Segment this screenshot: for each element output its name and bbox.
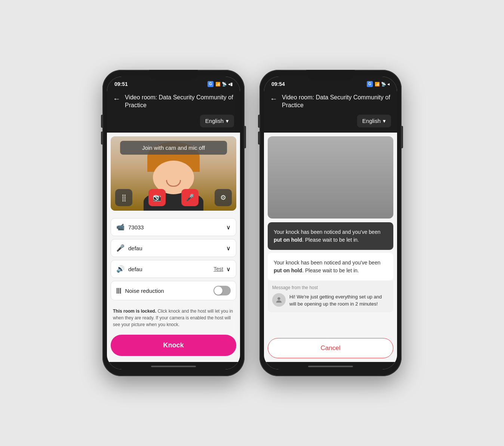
- home-indicator-right: [308, 366, 353, 367]
- notch-right: [306, 70, 355, 80]
- lang-row-right: English ▾: [264, 115, 397, 133]
- host-msg-row: Hi! We're just getting everything set up…: [272, 293, 389, 308]
- noise-reduction-row: ||| Noise reduction: [111, 281, 236, 300]
- knock-light-text2: . Please wait to be let in.: [302, 267, 359, 273]
- cam-off-button[interactable]: 📷⃠: [148, 189, 166, 206]
- video-select-left: 📹 73033: [116, 223, 144, 231]
- signal-icons-right: 📶 📡 ◂: [375, 82, 390, 87]
- host-message-label: Message from the host: [272, 285, 389, 290]
- status-icons-right: G 📶 📡 ◂: [367, 81, 390, 87]
- side-button-left: [245, 126, 246, 148]
- language-label-left: English: [205, 118, 224, 124]
- noise-icon: |||: [116, 287, 121, 294]
- knock-light-text1: Your knock has been noticed and you've b…: [274, 260, 380, 266]
- vol-up-left: [101, 115, 102, 128]
- phone-left: 09:51 G 📶 📡 ◂▮ ← Video room: Data Securi…: [102, 70, 245, 376]
- video-select-value: 73033: [128, 224, 144, 230]
- test-audio-button[interactable]: Test: [213, 266, 223, 272]
- vol-down-left: [101, 131, 102, 145]
- video-select-row[interactable]: 📹 73033 ∨: [111, 218, 236, 236]
- participants-button[interactable]: ⣿: [115, 189, 132, 206]
- g-badge-right: G: [367, 81, 373, 87]
- chevron-down-icon-left: ▾: [226, 118, 229, 124]
- toggle-thumb: [214, 287, 222, 295]
- status-icons-left: G 📶 📡 ◂▮: [208, 81, 233, 87]
- app-header-left: ← Video room: Data Security Community of…: [107, 90, 240, 115]
- knock-light-bold: put on hold: [274, 267, 302, 273]
- speaker-icon: 🔊: [116, 265, 125, 273]
- status-time-left: 09:51: [114, 81, 128, 87]
- mic-icon: 🎤: [116, 244, 125, 252]
- knock-noticed-dark: Your knock has been noticed and you've b…: [268, 222, 393, 250]
- vol-down-right: [258, 131, 259, 145]
- language-label-right: English: [362, 118, 381, 124]
- mic-off-icon: 🎤: [186, 193, 194, 202]
- speaker-right: Test ∨: [213, 266, 231, 273]
- back-button-right[interactable]: ←: [270, 95, 277, 103]
- mic-select-left: 🎤 defau: [116, 244, 142, 252]
- noise-reduction-toggle[interactable]: [213, 286, 231, 295]
- chevron-down-video: ∨: [226, 224, 231, 231]
- mic-select-row[interactable]: 🎤 defau ∨: [111, 239, 236, 257]
- noise-left: ||| Noise reduction: [116, 287, 164, 294]
- camera-controls: ⣿ 📷⃠ 🎤 ⚙: [111, 189, 236, 206]
- status-time-right: 09:54: [271, 81, 285, 87]
- join-cam-mic-off-button[interactable]: Join with cam and mic off: [120, 141, 227, 155]
- back-button-left[interactable]: ←: [113, 95, 120, 103]
- chevron-down-speaker: ∨: [226, 266, 231, 273]
- chevron-down-mic: ∨: [226, 245, 231, 252]
- lock-notice-bold: This room is locked.: [113, 309, 156, 314]
- host-message-text: Hi! We're just getting everything set up…: [289, 293, 389, 308]
- side-button-right: [402, 126, 403, 148]
- noise-reduction-label: Noise reduction: [125, 288, 164, 294]
- knock-noticed-light: Your knock has been noticed and you've b…: [268, 253, 393, 281]
- grey-video-area: [268, 136, 393, 219]
- speaker-select-row[interactable]: 🔊 defau Test ∨: [111, 260, 236, 278]
- knock-dark-text2: . Please wait to be let in.: [302, 237, 359, 243]
- camera-off-icon: 📷⃠: [153, 193, 161, 202]
- cancel-button[interactable]: Cancel: [268, 338, 393, 358]
- gear-icon-left: ⚙: [220, 193, 226, 202]
- participants-icon: ⣿: [122, 193, 126, 202]
- g-badge-left: G: [208, 81, 213, 87]
- cancel-area: Cancel: [264, 332, 397, 362]
- video-icon: 📹: [116, 223, 125, 231]
- notch-left: [149, 70, 198, 80]
- speaker-select-value: defau: [128, 266, 142, 272]
- home-bar-right: [264, 362, 397, 369]
- camera-preview-left: Join with cam and mic off ⣿ 📷⃠ 🎤: [111, 136, 236, 211]
- speaker-select-left: 🔊 defau: [116, 265, 142, 273]
- language-button-left[interactable]: English ▾: [200, 115, 234, 127]
- screen-right: 09:54 G 📶 📡 ◂ ← Video room: Data Securit…: [264, 77, 397, 369]
- settings-button-left[interactable]: ⚙: [215, 189, 232, 206]
- host-message-section: Message from the host Hi! We're just get…: [268, 281, 393, 312]
- mic-select-value: defau: [128, 245, 142, 251]
- svg-point-0: [277, 297, 280, 300]
- signal-icons-left: 📶 📡 ◂▮: [215, 82, 233, 87]
- knock-dark-text1: Your knock has been noticed and you've b…: [274, 229, 380, 235]
- knock-dark-bold: put on hold: [274, 237, 302, 243]
- host-avatar: [272, 293, 286, 307]
- waiting-content: Your knock has been noticed and you've b…: [264, 133, 397, 362]
- page-title-left: Video room: Data Security Community of P…: [125, 94, 234, 109]
- mic-off-button[interactable]: 🎤: [181, 189, 199, 206]
- content-left: Join with cam and mic off ⣿ 📷⃠ 🎤: [107, 133, 240, 362]
- lock-notice: This room is locked. Click knock and the…: [107, 304, 240, 332]
- home-indicator-left: [151, 366, 196, 367]
- lang-row-left: English ▾: [107, 115, 240, 133]
- phone-right: 09:54 G 📶 📡 ◂ ← Video room: Data Securit…: [259, 70, 402, 376]
- page-title-right: Video room: Data Security Community of P…: [282, 94, 391, 109]
- knock-button[interactable]: Knock: [111, 335, 236, 356]
- screen-left: 09:51 G 📶 📡 ◂▮ ← Video room: Data Securi…: [107, 77, 240, 369]
- language-button-right[interactable]: English ▾: [357, 115, 391, 127]
- vol-up-right: [258, 115, 259, 128]
- app-header-right: ← Video room: Data Security Community of…: [264, 90, 397, 115]
- chevron-down-icon-right: ▾: [383, 118, 386, 124]
- home-bar-left: [107, 362, 240, 369]
- settings-area: 📹 73033 ∨ 🎤 defau ∨ 🔊: [107, 214, 240, 304]
